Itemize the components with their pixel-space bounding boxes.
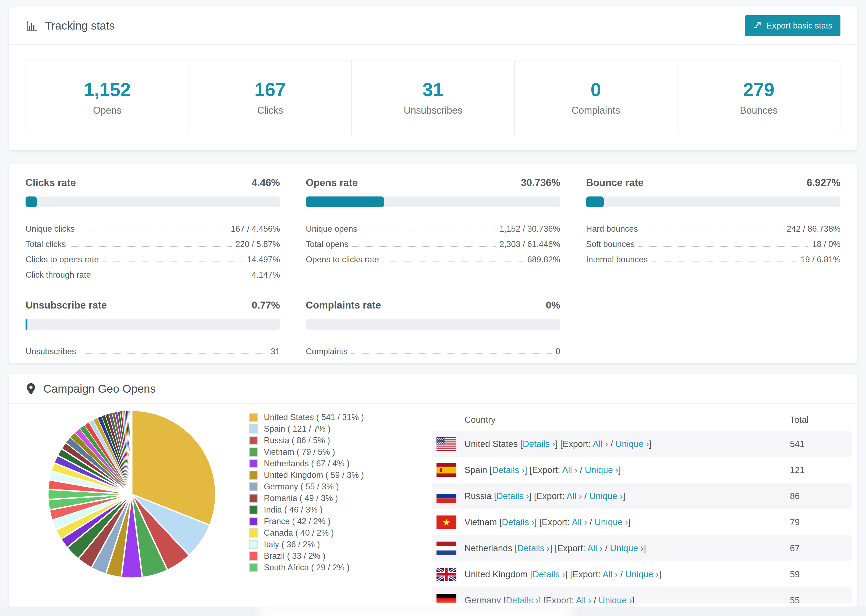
netherlands-export-all-link[interactable]: All ›: [587, 543, 603, 553]
legend-swatch: [249, 563, 258, 572]
geo-row-label: United States [Details ›] [Export: All ›…: [464, 439, 790, 449]
rate-row-value: 18 / 0%: [812, 239, 841, 249]
legend-swatch: [249, 517, 258, 526]
rate-progress-track: [25, 196, 280, 207]
legend-item-south-africa: South Africa ( 29 / 2% ): [249, 562, 413, 573]
map-pin-icon: [25, 383, 36, 395]
geo-row-label: United Kingdom [Details ›] [Export: All …: [464, 569, 790, 580]
russia-details-link[interactable]: Details ›: [496, 491, 529, 501]
rate-title: Complaints rate: [306, 300, 381, 311]
legend-label: Russia ( 86 / 5% ): [264, 436, 330, 445]
dotted-leader: [351, 354, 552, 354]
export-button-label: Export basic stats: [767, 21, 832, 31]
germany-export-unique-link[interactable]: Unique ›: [599, 595, 632, 603]
flag-nl-icon: [436, 542, 457, 555]
legend-item-romania: Romania ( 49 / 3% ): [249, 492, 413, 504]
legend-item-italy: Italy ( 36 / 2% ): [249, 539, 413, 550]
dotted-leader: [79, 231, 227, 231]
flag-de-icon: [436, 594, 457, 603]
rate-row-total-opens: Total opens2,303 / 61.446%: [306, 234, 560, 249]
dotted-leader: [642, 231, 783, 231]
geo-row-total: 541: [790, 439, 852, 449]
geo-header: Campaign Geo Opens: [9, 374, 857, 404]
legend-item-brazil: Brazil ( 33 / 2% ): [249, 550, 413, 562]
geo-row-total: 121: [790, 465, 852, 475]
russia-export-unique-link[interactable]: Unique ›: [589, 491, 623, 501]
geo-row-label: Germany [Details ›] [Export: All › / Uni…: [464, 595, 790, 603]
rate-row-opens-to-clicks-rate: Opens to clicks rate689.82%: [306, 249, 560, 264]
geo-row-label: Russia [Details ›] [Export: All › / Uniq…: [464, 491, 790, 501]
stat-value: 31: [422, 79, 444, 101]
geo-row-total: 55: [790, 595, 852, 603]
rate-row-soft-bounces: Soft bounces18 / 0%: [586, 234, 841, 249]
rate-block-unsubscribe-rate: Unsubscribe rate0.77%Unsubscribes31: [25, 300, 280, 357]
rate-value: 0.77%: [252, 300, 280, 311]
legend-swatch: [249, 552, 258, 561]
rate-progress-track: [306, 196, 560, 207]
spain-export-unique-link[interactable]: Unique ›: [585, 465, 619, 475]
geo-row-united-kingdom: United Kingdom [Details ›] [Export: All …: [431, 561, 852, 587]
spain-export-all-link[interactable]: All ›: [562, 465, 578, 475]
rate-row-label: Total clicks: [25, 239, 66, 249]
russia-export-all-link[interactable]: All ›: [567, 491, 582, 501]
export-basic-stats-button[interactable]: Export basic stats: [745, 15, 841, 36]
rate-row-value: 220 / 5.87%: [236, 239, 280, 249]
summary-stat-bounces: 279Bounces: [677, 60, 840, 135]
rate-row-unsubscribes: Unsubscribes31: [25, 341, 280, 357]
rate-row-unique-opens: Unique opens1,152 / 30.736%: [306, 218, 560, 234]
geo-table: Country Total United States [Details ›] …: [431, 406, 852, 603]
germany-details-link[interactable]: Details ›: [506, 595, 538, 603]
netherlands-export-unique-link[interactable]: Unique ›: [610, 543, 644, 553]
vietnam-export-all-link[interactable]: All ›: [572, 517, 587, 527]
netherlands-details-link[interactable]: Details ›: [517, 543, 550, 553]
geo-row-label: Vietnam [Details ›] [Export: All › / Uni…: [464, 517, 790, 527]
flag-us-icon: [436, 437, 457, 451]
germany-export-all-link[interactable]: All ›: [576, 595, 591, 603]
flag-ru-icon: [436, 489, 457, 503]
rate-title: Unsubscribe rate: [25, 300, 107, 311]
united-kingdom-export-unique-link[interactable]: Unique ›: [625, 569, 659, 579]
dotted-leader: [70, 246, 232, 247]
stat-label: Unsubscribes: [404, 105, 462, 116]
vietnam-details-link[interactable]: Details ›: [502, 517, 534, 527]
legend-label: Spain ( 121 / 7% ): [264, 424, 331, 434]
rate-row-value: 31: [271, 347, 280, 357]
legend-label: France ( 42 / 2% ): [264, 517, 331, 526]
dotted-leader: [80, 354, 267, 354]
campaign-geo-opens-card: Campaign Geo Opens United States ( 541 /…: [9, 374, 857, 607]
dotted-leader: [383, 261, 523, 262]
geo-table-header: Country Total: [431, 409, 852, 431]
geo-row-total: 86: [790, 491, 852, 501]
rate-row-clicks-to-opens-rate: Clicks to opens rate14.497%: [25, 249, 280, 264]
legend-item-india: India ( 46 / 3% ): [249, 504, 413, 515]
spain-details-link[interactable]: Details ›: [492, 465, 525, 475]
legend-swatch: [249, 436, 258, 445]
legend-label: Italy ( 36 / 2% ): [264, 540, 320, 549]
legend-item-spain: Spain ( 121 / 7% ): [249, 423, 413, 435]
united-states-export-all-link[interactable]: All ›: [593, 439, 608, 449]
geo-title-wrap: Campaign Geo Opens: [25, 382, 156, 395]
geo-title: Campaign Geo Opens: [43, 382, 156, 395]
tracking-stats-header: Tracking stats Export basic stats: [9, 7, 857, 45]
geo-row-germany: Germany [Details ›] [Export: All › / Uni…: [431, 587, 852, 603]
summary-stat-clicks: 167Clicks: [189, 60, 351, 135]
united-states-export-unique-link[interactable]: Unique ›: [615, 439, 649, 449]
rate-row-value: 0: [556, 347, 560, 357]
rate-progress-track: [306, 319, 560, 330]
rate-row-value: 2,303 / 61.446%: [499, 239, 560, 249]
legend-swatch: [249, 494, 258, 503]
rate-row-unique-clicks: Unique clicks167 / 4.456%: [25, 218, 280, 234]
united-kingdom-export-all-link[interactable]: All ›: [603, 569, 618, 579]
stat-label: Bounces: [740, 105, 778, 116]
rate-row-label: Unsubscribes: [25, 347, 76, 357]
geo-row-united-states: United States [Details ›] [Export: All ›…: [431, 431, 852, 457]
rates-grid: Clicks rate4.46%Unique clicks167 / 4.456…: [9, 164, 857, 369]
geo-row-total: 79: [790, 517, 852, 527]
geo-legend: United States ( 541 / 31% )Spain ( 121 /…: [249, 406, 413, 603]
tracking-stats-title: Tracking stats: [25, 19, 115, 32]
rate-title: Clicks rate: [25, 177, 76, 189]
vietnam-export-unique-link[interactable]: Unique ›: [595, 517, 628, 527]
united-states-details-link[interactable]: Details ›: [523, 439, 555, 449]
united-kingdom-details-link[interactable]: Details ›: [532, 569, 565, 579]
geo-row-total: 59: [790, 569, 852, 580]
